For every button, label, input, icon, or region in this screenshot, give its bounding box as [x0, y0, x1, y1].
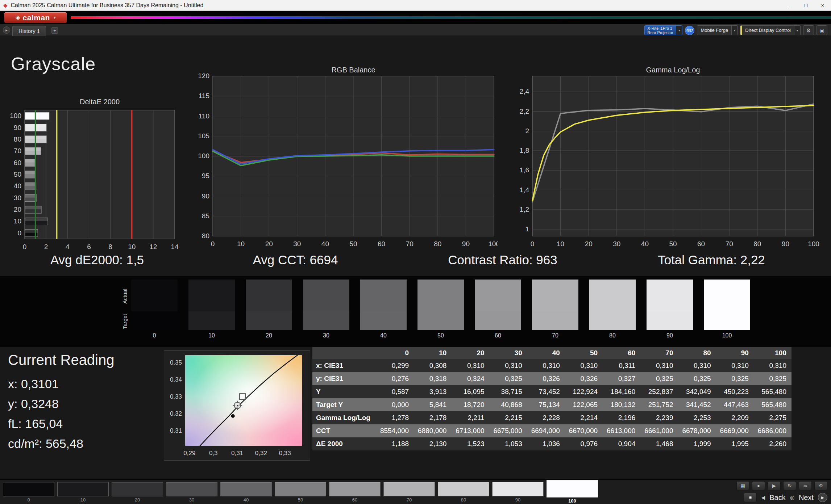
meter-status-badge[interactable]: 447	[685, 26, 694, 35]
pattern-patch-button-80[interactable]: 80	[438, 482, 489, 503]
table-cell: 0,310	[640, 359, 678, 372]
minimize-button[interactable]: –	[781, 0, 798, 10]
display-control-dropdown[interactable]: Direct Display Control ▾	[740, 25, 801, 35]
pattern-patch-button-100[interactable]: 100	[547, 482, 598, 504]
pattern-patch-button-90[interactable]: 90	[492, 482, 544, 503]
table-col-header: 20	[452, 347, 489, 359]
svg-text:1,8: 1,8	[520, 147, 529, 154]
svg-text:0,35: 0,35	[170, 359, 182, 366]
meter-dropdown[interactable]: X-Rite i1Pro 3 Rear Projector ▾	[644, 25, 683, 35]
play-button[interactable]: ▶	[768, 481, 781, 490]
table-cell: 6713,000	[452, 424, 489, 437]
table-cell: 6613,000	[603, 424, 640, 437]
current-reading-title: Current Reading	[8, 352, 115, 368]
swatch-actual	[475, 280, 521, 311]
swatch-label: 100	[704, 332, 750, 339]
swatch-label: 20	[246, 332, 292, 339]
grayscale-swatch-100: 100	[704, 280, 750, 339]
next-arrow-icon[interactable]: ▶	[818, 493, 827, 502]
target-row-label: Target	[122, 314, 128, 329]
pattern-patch-button-40[interactable]: 40	[220, 482, 272, 503]
table-cell: 2,178	[414, 411, 452, 424]
grayscale-swatch-70: 70	[532, 280, 578, 339]
table-cell: 6670,000	[565, 424, 603, 437]
table-cell: 2,275	[754, 411, 791, 424]
svg-text:0,34: 0,34	[170, 376, 182, 383]
back-arrow-icon[interactable]: ◀	[761, 495, 765, 500]
pattern-patch-button-70[interactable]: 70	[383, 482, 435, 503]
refresh-button[interactable]: ↻	[783, 481, 796, 490]
dot-marker	[231, 414, 235, 418]
next-button[interactable]: Next	[799, 494, 814, 502]
table-cell: 0,587	[376, 385, 414, 398]
reading-x: x: 0,3101	[8, 374, 115, 394]
table-cell: 0,000	[376, 398, 414, 411]
table-cell: 565,480	[754, 385, 791, 398]
table-col-header: 70	[640, 347, 678, 359]
swatch-actual	[589, 280, 636, 311]
add-tab-button[interactable]: +	[51, 27, 58, 34]
svg-text:0,31: 0,31	[231, 450, 243, 457]
svg-text:95: 95	[202, 172, 209, 180]
avg-de2000-stat: Avg dE2000: 1,5	[50, 253, 144, 267]
grayscale-swatch-strip: Actual Target 0102030405060708090100	[0, 276, 831, 347]
monitor-icon[interactable]: ▣	[817, 25, 827, 35]
table-cell: 73,452	[527, 385, 565, 398]
read-icon[interactable]: ◎	[790, 495, 794, 500]
tab-history-1[interactable]: History 1	[12, 26, 46, 36]
pattern-patch-button-30[interactable]: 30	[166, 482, 217, 503]
calman-logo-menu[interactable]: ◈ calman ▾	[4, 12, 67, 23]
maximize-button[interactable]: □	[798, 0, 814, 10]
svg-text:70: 70	[726, 240, 733, 248]
table-col-header: 80	[678, 347, 716, 359]
stop-button[interactable]: ■	[744, 493, 757, 502]
gear-icon[interactable]: ⚙	[803, 25, 814, 35]
pattern-patch-button-60[interactable]: 60	[329, 482, 381, 503]
table-cell: 0,308	[414, 359, 452, 372]
table-cell: 0,325	[678, 372, 716, 385]
pattern-window-button[interactable]: ▦	[736, 481, 749, 490]
table-cell: 8554,000	[376, 424, 414, 437]
back-button[interactable]: Back	[769, 494, 785, 502]
grayscale-swatch-60: 60	[475, 280, 521, 339]
pattern-patch-button-0[interactable]: 0	[3, 482, 54, 503]
grayscale-swatch-0: 0	[131, 280, 178, 339]
svg-text:0,32: 0,32	[255, 450, 267, 457]
table-cell: 0,310	[716, 359, 754, 372]
pattern-patch-button-20[interactable]: 20	[112, 482, 163, 503]
table-cell: 6880,000	[414, 424, 452, 437]
continuous-read-button[interactable]: ∞	[799, 481, 812, 490]
table-cell: 0,310	[527, 359, 565, 372]
svg-text:90: 90	[462, 240, 470, 248]
patch-label: 10	[80, 497, 86, 503]
meter-dropdown-label: X-Rite i1Pro 3 Rear Projector	[645, 26, 676, 35]
tab-scroll-button[interactable]: ▸	[3, 26, 10, 34]
table-cell: 252,837	[640, 385, 678, 398]
svg-text:90: 90	[14, 124, 21, 131]
svg-text:2: 2	[44, 243, 48, 251]
source-dropdown[interactable]: Mobile Forge ▾	[697, 25, 738, 35]
table-cell: 251,752	[640, 398, 678, 411]
swatch-actual	[303, 280, 349, 311]
patch-label: 70	[407, 497, 412, 503]
close-button[interactable]: ×	[814, 0, 831, 10]
patch-chip	[492, 482, 544, 496]
svg-text:115: 115	[199, 92, 209, 100]
settings-button[interactable]: ⚙	[814, 481, 827, 490]
svg-text:8: 8	[108, 243, 112, 251]
record-button[interactable]: ●	[752, 481, 765, 490]
patch-chip	[57, 482, 109, 496]
rainbow-gradient-strip	[71, 16, 831, 19]
table-cell: 2,130	[414, 437, 452, 450]
current-reading-panel: Current Reading x: 0,3101 y: 0,3248 fL: …	[8, 352, 115, 454]
actual-row-label: Actual	[122, 289, 128, 304]
svg-text:Gamma Log/Log: Gamma Log/Log	[646, 66, 700, 74]
table-cell: 0,904	[603, 437, 640, 450]
svg-text:100: 100	[198, 152, 209, 160]
pattern-patch-button-10[interactable]: 10	[57, 482, 109, 503]
swatch-target	[417, 311, 464, 330]
pattern-patch-button-50[interactable]: 50	[275, 482, 326, 503]
swatch-target	[360, 311, 407, 330]
table-cell: 341,452	[678, 398, 716, 411]
avg-cct-stat: Avg CCT: 6694	[253, 253, 338, 267]
